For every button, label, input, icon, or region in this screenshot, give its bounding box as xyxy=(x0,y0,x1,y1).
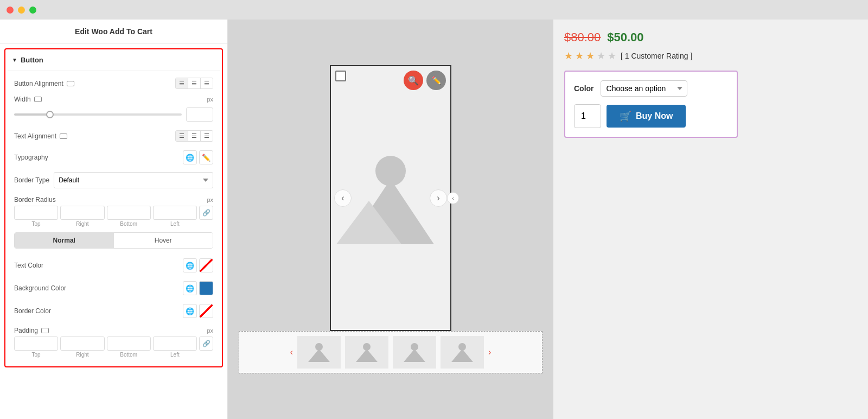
zoom-button[interactable]: 🔍 xyxy=(404,71,423,90)
padding-bottom-input[interactable] xyxy=(107,337,151,351)
collapse-panel-button[interactable]: ‹ xyxy=(447,192,459,204)
border-radius-row: Border Radius px xyxy=(8,192,220,206)
edit-icon: ✏️ xyxy=(432,76,441,85)
border-radius-top-group: Top xyxy=(14,206,58,227)
rating-text: [ 1 Customer Rating ] xyxy=(621,52,692,60)
buy-row: 🛒 Buy Now xyxy=(574,104,728,128)
border-radius-right-input[interactable] xyxy=(60,206,104,220)
product-image-main: 🔍 ✏️ ‹ › xyxy=(330,65,451,331)
text-align-left-button[interactable]: ☰ xyxy=(176,131,188,141)
titlebar xyxy=(0,0,868,20)
thumb-mountain-2 xyxy=(353,341,380,363)
border-radius-left-input[interactable] xyxy=(153,206,197,220)
button-section: ▼ Button Button Alignment ☰ ☰ ☰ xyxy=(4,48,223,367)
border-type-label: Border Type xyxy=(14,176,49,184)
thumbnail-3[interactable] xyxy=(393,336,436,369)
align-right-button[interactable]: ☰ xyxy=(201,78,213,88)
price-old: $80.00 xyxy=(564,30,601,45)
thumb-mountain-4 xyxy=(449,341,476,363)
thumb-next-button[interactable]: › xyxy=(488,347,491,357)
minimize-button[interactable] xyxy=(18,7,25,14)
typography-global-button[interactable]: 🌐 xyxy=(183,150,197,164)
typography-edit-button[interactable]: ✏️ xyxy=(199,150,213,164)
border-radius-inputs: Top Right Bottom Left 🔗 xyxy=(8,206,220,227)
price-new: $50.00 xyxy=(607,30,643,45)
text-color-global-button[interactable]: 🌐 xyxy=(183,258,197,272)
border-radius-bottom-group: Bottom xyxy=(107,206,151,227)
align-left-button[interactable]: ☰ xyxy=(176,78,188,88)
thumbnail-4[interactable] xyxy=(441,336,484,369)
svg-marker-6 xyxy=(356,349,378,362)
text-color-swatch[interactable] xyxy=(199,258,213,272)
color-option-select[interactable]: Choose an option xyxy=(601,80,687,97)
padding-left-input[interactable] xyxy=(153,337,197,351)
padding-right-group: Right xyxy=(60,337,104,358)
padding-right-input[interactable] xyxy=(60,337,104,351)
star-4: ★ xyxy=(597,50,605,62)
padding-top-group: Top xyxy=(14,337,58,358)
hover-tab[interactable]: Hover xyxy=(114,233,213,248)
thumbnail-2[interactable] xyxy=(345,336,388,369)
right-arrow-icon: › xyxy=(437,193,439,203)
width-row: Width px xyxy=(8,93,220,126)
close-button[interactable] xyxy=(7,7,14,14)
background-color-swatch[interactable] xyxy=(199,281,213,295)
section-collapse-icon: ▼ xyxy=(12,57,17,63)
padding-top-label: Top xyxy=(32,352,41,358)
border-radius-top-input[interactable] xyxy=(14,206,58,220)
border-color-row: Border Color 🌐 xyxy=(8,300,220,322)
maximize-button[interactable] xyxy=(29,7,36,14)
border-radius-unit: px xyxy=(207,196,213,203)
text-alignment-label: Text Alignment xyxy=(14,132,67,140)
border-color-global-button[interactable]: 🌐 xyxy=(183,304,197,318)
padding-bottom-group: Bottom xyxy=(107,337,151,358)
border-radius-link-button[interactable]: 🔗 xyxy=(199,206,213,220)
canvas-select-handle[interactable] xyxy=(335,71,346,81)
thumb-prev-button[interactable]: ‹ xyxy=(290,347,293,357)
prev-image-button[interactable]: ‹ xyxy=(334,189,352,207)
left-arrow-icon: ‹ xyxy=(341,193,344,203)
buy-now-button[interactable]: 🛒 Buy Now xyxy=(607,105,686,128)
border-type-select[interactable]: Default Solid Dashed Dotted None xyxy=(54,172,213,188)
edit-overlay-button[interactable]: ✏️ xyxy=(426,71,446,90)
width-slider[interactable] xyxy=(14,113,182,116)
responsive-icon xyxy=(67,81,74,86)
svg-marker-4 xyxy=(308,349,330,362)
button-alignment-row: Button Alignment ☰ ☰ ☰ xyxy=(8,73,220,93)
width-label-row: Width px xyxy=(14,96,213,105)
background-color-controls: 🌐 xyxy=(183,281,213,295)
svg-marker-10 xyxy=(451,349,473,362)
next-image-button[interactable]: › xyxy=(430,189,447,207)
normal-tab[interactable]: Normal xyxy=(15,233,114,248)
star-5: ★ xyxy=(608,50,616,62)
text-responsive-icon xyxy=(60,134,67,139)
border-color-label: Border Color xyxy=(14,307,51,315)
align-center-button[interactable]: ☰ xyxy=(188,78,201,88)
padding-label: Padding xyxy=(14,327,49,334)
width-input[interactable] xyxy=(186,107,213,122)
width-unit: px xyxy=(207,96,213,103)
background-color-global-button[interactable]: 🌐 xyxy=(183,281,197,295)
text-align-right-button[interactable]: ☰ xyxy=(201,131,213,141)
thumbnail-1[interactable] xyxy=(297,336,341,369)
padding-top-input[interactable] xyxy=(14,337,58,351)
quantity-input[interactable] xyxy=(574,104,601,128)
panel-title: Edit Woo Add To Cart xyxy=(0,20,227,44)
padding-bottom-label: Bottom xyxy=(120,352,137,358)
star-2: ★ xyxy=(575,50,584,62)
border-color-swatch[interactable] xyxy=(199,304,213,318)
left-panel: Edit Woo Add To Cart ▼ Button Button Ali… xyxy=(0,20,228,419)
text-alignment-row: Text Alignment ☰ ☰ ☰ xyxy=(8,126,220,146)
text-align-center-button[interactable]: ☰ xyxy=(188,131,201,141)
padding-link-button[interactable]: 🔗 xyxy=(199,337,213,351)
star-1: ★ xyxy=(564,50,573,62)
padding-label-row: Padding px xyxy=(8,322,220,337)
rating-row: ★ ★ ★ ★ ★ [ 1 Customer Rating ] xyxy=(564,50,857,62)
border-radius-bottom-input[interactable] xyxy=(107,206,151,220)
svg-marker-8 xyxy=(404,349,425,362)
width-slider-row xyxy=(14,107,213,122)
section-header[interactable]: ▼ Button xyxy=(8,54,220,68)
right-panel: $80.00 $50.00 ★ ★ ★ ★ ★ [ 1 Customer Rat… xyxy=(553,20,868,419)
canvas-container: 🔍 ✏️ ‹ › ‹ xyxy=(330,65,451,331)
cart-icon: 🛒 xyxy=(620,110,631,122)
